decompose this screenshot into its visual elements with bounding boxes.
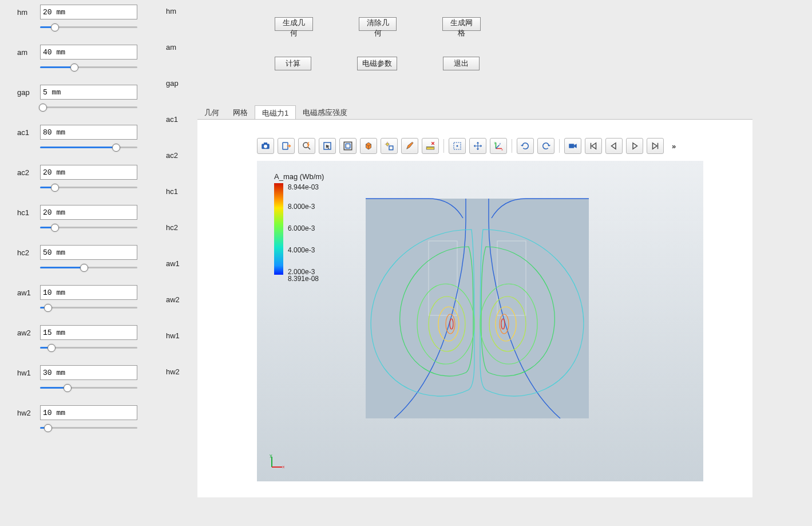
action-panel: 生成几何 清除几何 生成网格 计算 电磁参数 退出 <box>275 17 481 96</box>
skip-start-icon[interactable] <box>585 138 602 154</box>
svg-text:y: y <box>270 454 272 458</box>
mirror-hw2-label: hw2 <box>166 365 189 401</box>
svg-rect-7 <box>344 142 352 150</box>
plot-toolbar: yxz» <box>257 138 676 154</box>
param-hw1-slider[interactable] <box>40 383 137 391</box>
box-views-icon[interactable] <box>360 138 377 154</box>
param-ac1-label: ac1 <box>17 128 37 137</box>
param-gap-slider[interactable] <box>40 103 137 111</box>
param-aw2: aw2 <box>17 325 137 351</box>
param-aw1: aw1 <box>17 285 137 311</box>
legend-tick-3: 2.000e-3 <box>288 268 315 275</box>
plot-canvas[interactable]: A_mag (Wb/m) 8.944e-03 8.391e-08 8.000e-… <box>257 161 703 481</box>
param-hw2-slider[interactable] <box>40 424 137 432</box>
param-aw2-slider[interactable] <box>40 343 137 351</box>
param-aw2-input[interactable] <box>40 325 137 340</box>
export-icon[interactable] <box>278 138 295 154</box>
param-ac1: ac1 <box>17 125 137 151</box>
param-gap: gap <box>17 85 137 111</box>
param-gap-label: gap <box>17 88 37 97</box>
param-hc1-input[interactable] <box>40 205 137 220</box>
mirror-aw2-label: aw2 <box>166 293 189 329</box>
step-back-icon[interactable] <box>605 138 623 154</box>
param-hc2-label: hc2 <box>17 248 37 257</box>
svg-rect-10 <box>389 146 393 150</box>
param-hc2: hc2 <box>17 245 137 271</box>
mirror-hc2-label: hc2 <box>166 221 189 257</box>
toolbar-more-icon[interactable]: » <box>672 142 676 151</box>
select-window-icon[interactable] <box>319 138 336 154</box>
mirror-ac1-label: ac1 <box>166 113 189 149</box>
param-hm: hm <box>17 5 137 31</box>
param-hc1-label: hc1 <box>17 208 37 217</box>
param-aw1-slider[interactable] <box>40 303 137 311</box>
dashed-select-icon[interactable] <box>449 138 466 154</box>
object-vis-icon[interactable] <box>381 138 398 154</box>
param-am-slider[interactable] <box>40 63 137 71</box>
gen-geometry-button[interactable]: 生成几何 <box>275 17 313 31</box>
brush-icon[interactable] <box>401 138 418 154</box>
camera-icon[interactable] <box>257 138 274 154</box>
param-aw1-input[interactable] <box>40 285 137 300</box>
fit-window-icon[interactable] <box>339 138 357 154</box>
param-am: am <box>17 45 137 71</box>
mirror-am-label: am <box>166 41 189 77</box>
mirror-ac2-label: ac2 <box>166 149 189 185</box>
param-hc2-slider[interactable] <box>40 263 137 271</box>
axes-xyz-icon[interactable]: yxz <box>490 138 507 154</box>
svg-text:z: z <box>500 142 501 145</box>
param-ac2-input[interactable] <box>40 165 137 180</box>
legend-tick-0: 8.000e-3 <box>288 203 315 210</box>
legend-tick-2: 4.000e-3 <box>288 247 315 254</box>
color-legend: A_mag (Wb/m) 8.944e-03 8.391e-08 8.000e-… <box>274 172 324 275</box>
gen-mesh-button[interactable]: 生成网格 <box>442 17 481 31</box>
plot-panel: yxz» A_mag (Wb/m) 8.944e-03 8.391e-08 8.… <box>197 119 752 497</box>
mirror-aw1-label: aw1 <box>166 257 189 293</box>
param-hm-slider[interactable] <box>40 23 137 31</box>
param-ac2-slider[interactable] <box>40 183 137 191</box>
legend-tick-1: 6.000e-3 <box>288 225 315 232</box>
param-hw2: hw2 <box>17 405 137 432</box>
play-icon[interactable] <box>626 138 643 154</box>
param-ac1-input[interactable] <box>40 125 137 140</box>
legend-title: A_mag (Wb/m) <box>274 172 324 181</box>
step-fwd-icon[interactable] <box>647 138 664 154</box>
svg-rect-2 <box>264 143 267 144</box>
svg-text:x: x <box>282 464 284 469</box>
compute-button[interactable]: 计算 <box>275 57 311 70</box>
svg-point-9 <box>386 143 389 146</box>
param-ac2-label: ac2 <box>17 168 37 177</box>
param-ac1-slider[interactable] <box>40 143 137 151</box>
svg-line-16 <box>496 145 500 149</box>
axes-gizmo: y x <box>270 454 284 471</box>
mirror-hw1-label: hw1 <box>166 329 189 365</box>
video-cam-icon[interactable] <box>564 138 581 154</box>
svg-text:y: y <box>494 141 496 144</box>
zoom-flash-icon[interactable] <box>298 138 315 154</box>
field-domain-rect <box>366 199 589 418</box>
param-hc2-input[interactable] <box>40 245 137 260</box>
param-aw1-label: aw1 <box>17 288 37 297</box>
svg-rect-8 <box>346 144 350 148</box>
param-hw1-label: hw1 <box>17 369 37 377</box>
param-hw2-input[interactable] <box>40 405 137 420</box>
em-params-button[interactable]: 电磁参数 <box>357 57 397 70</box>
param-hw1-input[interactable] <box>40 365 137 380</box>
ruler-delete-icon[interactable] <box>422 138 439 154</box>
mirror-hm-label: hm <box>166 5 189 41</box>
param-hc1-slider[interactable] <box>40 223 137 231</box>
rotate-ccw-icon[interactable] <box>517 138 534 154</box>
param-am-label: am <box>17 48 37 57</box>
clear-geometry-button[interactable]: 清除几何 <box>359 17 397 31</box>
param-hm-input[interactable] <box>40 5 137 19</box>
param-gap-input[interactable] <box>40 85 137 100</box>
param-am-input[interactable] <box>40 45 137 60</box>
exit-button[interactable]: 退出 <box>443 57 480 70</box>
mirror-gap-label: gap <box>166 77 189 113</box>
svg-text:x: x <box>501 148 503 151</box>
param-hc1: hc1 <box>17 205 137 231</box>
rotate-cw-icon[interactable] <box>537 138 554 154</box>
pan-all-icon[interactable] <box>469 138 486 154</box>
param-hm-label: hm <box>17 8 37 17</box>
svg-point-13 <box>457 145 458 147</box>
